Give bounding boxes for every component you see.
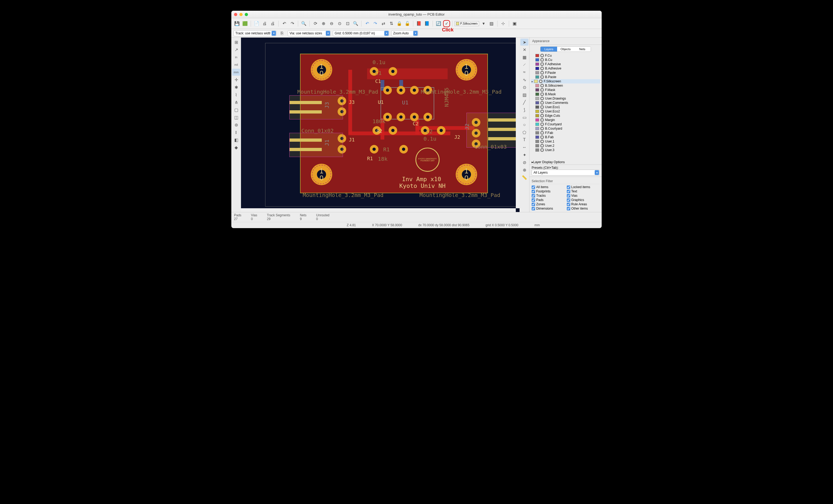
undo-icon[interactable]: ↶ (281, 20, 288, 27)
checkbox[interactable] (532, 198, 535, 202)
footprint-editor-icon[interactable]: 📕 (415, 20, 422, 27)
checkbox[interactable] (567, 186, 570, 189)
update-schematic-icon[interactable]: 🔄 (435, 20, 442, 27)
layer-row[interactable]: User.Eco2 (531, 109, 600, 114)
visibility-icon[interactable] (540, 148, 544, 152)
polar-icon[interactable]: ↗ (232, 46, 240, 53)
rotate-ccw-icon[interactable]: ↶ (364, 20, 371, 27)
grid-select[interactable]: Grid: 0.5000 mm (0.0197 in) (333, 30, 389, 36)
add-circle-icon[interactable]: ○ (520, 121, 528, 128)
zoom-button[interactable] (245, 13, 248, 16)
visibility-icon[interactable] (540, 131, 544, 135)
layer-row[interactable]: F.Adhesive (531, 62, 600, 66)
layer-dropdown-icon[interactable]: ▾ (480, 20, 487, 27)
route-diff-icon[interactable]: ≈ (520, 69, 528, 76)
close-button[interactable] (234, 13, 237, 16)
layer-row[interactable]: User.Drawings (531, 96, 600, 101)
visibility-icon[interactable] (540, 58, 544, 62)
place-footprint-icon[interactable]: ▦ (520, 54, 528, 61)
via-display-icon[interactable]: ⊚ (232, 121, 240, 128)
vertical-scrollbar[interactable] (516, 38, 520, 208)
checkbox[interactable] (567, 202, 570, 206)
visibility-icon[interactable] (539, 79, 543, 83)
layer-pair-icon[interactable]: ▨ (488, 20, 495, 27)
checkbox[interactable] (532, 202, 535, 206)
zoom-fit-icon[interactable]: ⊙ (336, 20, 343, 27)
contrast-icon[interactable]: ◧ (232, 136, 240, 143)
visibility-icon[interactable] (540, 135, 544, 139)
layer-row[interactable]: User.3 (531, 148, 600, 152)
horizontal-scrollbar[interactable] (241, 208, 516, 212)
checkbox[interactable] (532, 186, 535, 189)
unlock-icon[interactable]: 🔓 (404, 20, 411, 27)
auto-track-icon[interactable]: ⎘ (279, 30, 286, 37)
tab-nets[interactable]: Nets (574, 47, 591, 51)
filter-check[interactable]: Tracks (532, 194, 565, 197)
visibility-icon[interactable] (540, 144, 544, 148)
checkbox[interactable] (567, 207, 570, 210)
rotate-cw-icon[interactable]: ↷ (372, 20, 379, 27)
layer-row[interactable]: F.Fab (531, 131, 600, 135)
presets-select[interactable]: All Layers (532, 170, 599, 175)
pcb-canvas[interactable]: 10 10 10 10 (241, 38, 520, 212)
drc-button[interactable]: ✓ (443, 20, 450, 27)
print-icon[interactable]: 🖨 (261, 20, 268, 27)
layer-display-options[interactable]: ▸Layer Display Options (529, 160, 602, 165)
via-size-select[interactable]: Via: use netclass sizes (288, 30, 331, 36)
tab-objects[interactable]: Objects (557, 47, 574, 51)
add-line-icon[interactable]: ╱ (520, 99, 528, 106)
visibility-icon[interactable] (540, 88, 544, 92)
cursor-shape-icon[interactable]: ✛ (232, 76, 240, 83)
select-tool-icon[interactable]: ➤ (520, 39, 528, 46)
checkbox[interactable] (567, 190, 570, 193)
layer-row[interactable]: B.Silkscreen (531, 83, 600, 88)
pad-display-icon[interactable]: ◫ (232, 114, 240, 121)
zone-display-icon[interactable]: ▢ (232, 106, 240, 113)
route-track-icon[interactable]: ⟋ (520, 61, 528, 68)
add-dimension-icon[interactable]: ↔ (520, 144, 528, 151)
add-zone-icon[interactable]: ▨ (520, 91, 528, 98)
add-rect-icon[interactable]: ▭ (520, 114, 528, 121)
delete-icon[interactable]: ⊘ (520, 159, 528, 166)
filter-check[interactable]: Other items (567, 207, 600, 210)
redo-icon[interactable]: ↷ (289, 20, 296, 27)
filter-check[interactable]: Text (567, 190, 600, 193)
add-target-icon[interactable]: ✦ (520, 151, 528, 158)
filter-check[interactable]: Vias (567, 194, 600, 197)
add-poly-icon[interactable]: ⬠ (520, 129, 528, 136)
layer-selector[interactable]: F.Silkscreen (455, 21, 479, 26)
ratsnest-icon[interactable]: ✱ (232, 84, 240, 91)
zoom-selection-icon[interactable]: ⊡ (344, 20, 351, 27)
filter-check[interactable]: Graphics (567, 198, 600, 202)
filter-check[interactable]: Locked items (567, 185, 600, 189)
layer-row[interactable]: B.Cu (531, 58, 600, 62)
measure-icon[interactable]: 📏 (520, 174, 528, 181)
mm-icon[interactable]: mm (232, 69, 240, 76)
mirror-h-icon[interactable]: ⇄ (380, 20, 387, 27)
find-icon[interactable]: 🔍 (300, 20, 307, 27)
layer-row[interactable]: B.Fab (531, 135, 600, 139)
visibility-icon[interactable] (540, 122, 544, 126)
save-icon[interactable]: 💾 (234, 20, 240, 27)
add-arc-icon[interactable]: ⟆ (520, 106, 528, 113)
ratsnest-curved-icon[interactable]: ⌇ (232, 91, 240, 98)
visibility-icon[interactable] (540, 105, 544, 109)
grid-toggle-icon[interactable]: ⊞ (232, 39, 240, 46)
net-highlight-icon[interactable]: ⋔ (232, 99, 240, 106)
visibility-icon[interactable] (540, 62, 544, 66)
checkbox[interactable] (567, 198, 570, 202)
layer-row[interactable]: User.2 (531, 144, 600, 148)
visibility-icon[interactable] (540, 110, 544, 113)
checkbox[interactable] (532, 194, 535, 197)
filter-check[interactable]: Pads (532, 198, 565, 202)
layer-row[interactable]: F.Paste (531, 71, 600, 75)
add-text-icon[interactable]: T (520, 136, 528, 143)
layer-row[interactable]: Edge.Cuts (531, 114, 600, 118)
layers-manager-icon[interactable]: ◆ (232, 144, 240, 151)
set-origin-icon[interactable]: ⊕ (520, 166, 528, 173)
minimize-button[interactable] (239, 13, 243, 16)
checkbox[interactable] (532, 207, 535, 210)
layer-row[interactable]: Margin (531, 118, 600, 122)
layer-row[interactable]: B.Mask (531, 92, 600, 96)
visibility-icon[interactable] (540, 54, 544, 57)
